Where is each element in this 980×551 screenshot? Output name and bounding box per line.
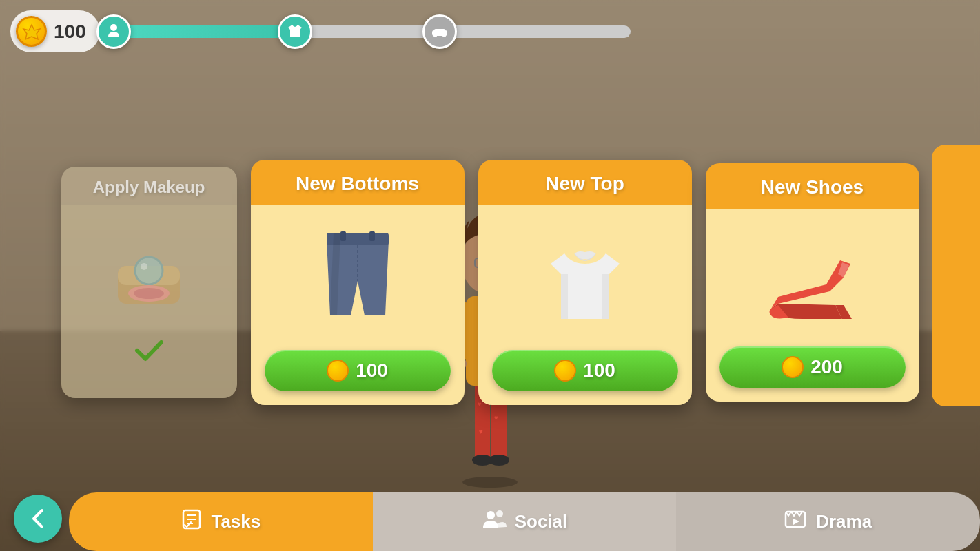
- new-bottoms-price: 100: [356, 360, 388, 382]
- crown-icon: [16, 16, 47, 47]
- bottom-nav: Tasks Social Drama: [0, 492, 980, 551]
- svg-rect-3: [433, 32, 437, 37]
- social-icon: [482, 508, 507, 535]
- new-shoes-body: [706, 209, 919, 346]
- new-shoes-buy-button[interactable]: 200: [719, 346, 906, 388]
- shoes-icon: [761, 229, 864, 326]
- new-shoes-title: New Shoes: [761, 176, 864, 198]
- drama-icon: [784, 508, 808, 535]
- tasks-list-icon: [181, 508, 203, 530]
- drama-film-icon: [784, 508, 808, 530]
- progress-marker-shirt: [278, 14, 312, 49]
- person-marker-icon: [96, 14, 131, 49]
- social-people-icon: [482, 508, 507, 530]
- shirt-marker-icon: [278, 14, 312, 49]
- coin-count: 100: [54, 21, 86, 43]
- price-coin-icon: [327, 360, 349, 382]
- new-top-footer: 100: [478, 350, 692, 405]
- makeup-card-header: Apply Makeup: [61, 167, 237, 205]
- tasks-icon: [181, 508, 203, 535]
- new-top-body: [478, 205, 692, 350]
- svg-point-43: [487, 511, 495, 519]
- new-shoes-price: 200: [810, 356, 843, 378]
- svg-point-32: [141, 263, 147, 270]
- svg-rect-36: [340, 231, 346, 241]
- new-top-title: New Top: [545, 173, 624, 194]
- main-content: Apply Makeup: [0, 76, 980, 489]
- makeup-icon-wrap: [108, 235, 190, 311]
- new-bottoms-buy-button[interactable]: 100: [265, 350, 451, 391]
- svg-rect-37: [369, 231, 375, 241]
- price-coin-icon-2: [554, 360, 576, 382]
- progress-marker-sofa: [422, 14, 457, 49]
- svg-rect-4: [442, 32, 446, 37]
- new-top-buy-button[interactable]: 100: [492, 350, 678, 391]
- new-bottoms-title: New Bottoms: [296, 173, 419, 194]
- new-shoes-card[interactable]: New Shoes 200: [706, 163, 919, 402]
- svg-point-34: [134, 288, 164, 299]
- progress-fill: [114, 25, 295, 38]
- top-icon: [537, 226, 633, 329]
- progress-marker-person: [96, 14, 131, 49]
- new-shoes-header: New Shoes: [706, 163, 919, 209]
- drama-label: Drama: [816, 511, 872, 532]
- new-shoes-footer: 200: [706, 346, 919, 402]
- new-top-price: 100: [583, 360, 615, 382]
- progress-track: [114, 25, 631, 38]
- new-bottoms-footer: 100: [251, 350, 465, 405]
- new-bottoms-card[interactable]: New Bottoms 100: [251, 160, 465, 405]
- tab-tasks[interactable]: Tasks: [69, 492, 373, 551]
- coin-badge: 100: [10, 10, 100, 52]
- bottoms-icon: [309, 226, 406, 329]
- makeup-card-body: [61, 205, 237, 398]
- tab-social[interactable]: Social: [373, 492, 677, 551]
- partial-card-hint: [932, 145, 980, 406]
- svg-point-44: [496, 510, 503, 517]
- new-top-header: New Top: [478, 160, 692, 205]
- price-coin-icon-3: [782, 356, 804, 378]
- back-arrow-icon: [25, 506, 50, 531]
- new-bottoms-body: [251, 205, 465, 350]
- social-label: Social: [515, 511, 568, 532]
- makeup-compact-icon: [108, 235, 190, 311]
- new-bottoms-header: New Bottoms: [251, 160, 465, 205]
- back-button[interactable]: [14, 495, 62, 543]
- svg-marker-46: [793, 519, 799, 525]
- sofa-marker-icon: [422, 14, 457, 49]
- new-top-card[interactable]: New Top 100: [478, 160, 692, 405]
- tab-drama[interactable]: Drama: [676, 492, 980, 551]
- check-icon: [130, 331, 168, 369]
- makeup-card-title: Apply Makeup: [93, 178, 205, 196]
- apply-makeup-card[interactable]: Apply Makeup: [61, 167, 237, 398]
- tasks-label: Tasks: [211, 511, 261, 532]
- svg-rect-5: [434, 29, 445, 33]
- top-bar: 100: [10, 10, 970, 52]
- svg-point-1: [110, 24, 117, 31]
- svg-marker-0: [23, 25, 40, 39]
